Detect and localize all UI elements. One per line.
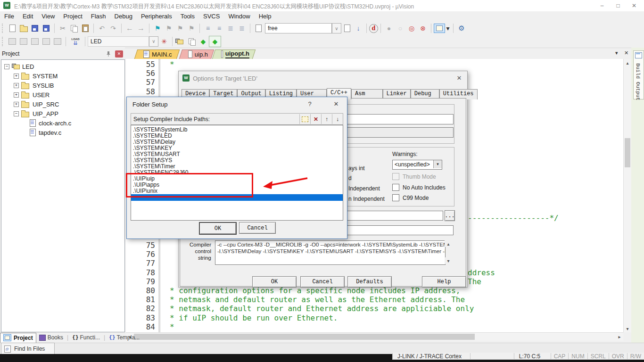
menu-svcs[interactable]: SVCS [199, 11, 224, 22]
find-symbol-icon[interactable]: d [369, 24, 378, 33]
minimize-button[interactable]: – [594, 1, 610, 10]
expand-box-icon[interactable]: + [14, 74, 19, 79]
rebuild-icon[interactable] [29, 36, 41, 47]
menu-view[interactable]: View [37, 11, 59, 22]
close-button[interactable]: ✕ [626, 1, 642, 10]
warnings-caret-icon[interactable]: ▾ [433, 160, 442, 168]
options-defaults-button[interactable]: Defaults [347, 276, 392, 288]
compiler-scroll-down-icon[interactable]: ▾ [445, 257, 452, 264]
save-icon[interactable] [29, 23, 41, 33]
no-auto-includes-checkbox[interactable]: No Auto Includes [392, 184, 446, 191]
folder-cancel-button[interactable]: Cancel [239, 222, 276, 234]
edit-find-icon[interactable] [253, 23, 264, 33]
hscroll-thumb[interactable] [134, 334, 475, 340]
comment-icon[interactable]: ≣ [225, 23, 236, 33]
menu-help[interactable]: Help [255, 11, 276, 22]
maximize-button[interactable]: □ [610, 1, 626, 10]
tab-uipopt-h[interactable]: uipopt.h [214, 49, 254, 59]
project-panel-close-icon[interactable]: ✕ [115, 50, 123, 58]
find-in-files-icon[interactable] [341, 23, 353, 33]
menu-file[interactable]: File [0, 11, 18, 22]
breakpoint-disable-all-icon[interactable]: ◎ [406, 23, 417, 33]
project-targets-icon[interactable]: ◆ [209, 36, 221, 47]
editor-close-icon[interactable]: ✕ [624, 50, 628, 56]
collapse-box-icon[interactable]: − [14, 111, 19, 116]
tree-item-uip-src[interactable]: + UIP_SRC [14, 99, 59, 109]
toolbar-grip2[interactable] [2, 37, 5, 46]
collapse-box-icon[interactable]: − [4, 64, 9, 69]
new-path-icon[interactable] [299, 114, 310, 124]
redo-icon[interactable]: ↷ [107, 23, 119, 33]
include-paths-browse-button[interactable]: ... [445, 210, 455, 221]
tab-uip-h[interactable]: uip.h [181, 49, 213, 59]
breakpoint-kill-all-icon[interactable]: ⊗ [417, 23, 429, 33]
breakpoint-disable-icon[interactable]: ○ [395, 23, 406, 33]
options-ok-button[interactable]: OK [252, 276, 297, 288]
menu-project[interactable]: Project [59, 11, 86, 22]
copy-icon[interactable] [68, 23, 80, 33]
menu-peripherals[interactable]: Peripherals [137, 11, 176, 22]
tree-item-syslib[interactable]: + SYSLIB [14, 81, 54, 90]
options-dialog-close-icon[interactable]: ✕ [452, 74, 466, 82]
pin-icon[interactable] [106, 51, 111, 57]
vscroll-thumb[interactable] [625, 138, 630, 167]
tab-functions[interactable]: {}Functi... [69, 333, 103, 342]
editor-vscrollbar[interactable]: ▴ ▾ [623, 59, 631, 332]
find-in-files-tab[interactable]: Find In Files [1, 343, 55, 354]
expand-box-icon[interactable]: + [14, 102, 19, 107]
folder-ok-button[interactable]: OK [199, 222, 237, 235]
multi-project-icon[interactable] [186, 36, 198, 47]
bookmark-clear-icon[interactable]: ⚑ [186, 23, 197, 33]
undo-icon[interactable]: ↶ [96, 23, 107, 33]
bookmark-prev-icon[interactable]: ⚑ [163, 23, 174, 33]
stop-build-icon[interactable] [52, 36, 63, 47]
editor-hscrollbar[interactable]: ◂ ▸ [126, 332, 623, 341]
tab-list-caret-icon[interactable]: ▾ [615, 50, 618, 56]
scroll-right-icon[interactable]: ▸ [616, 333, 623, 341]
thumb-mode-checkbox[interactable]: Thumb Mode [392, 173, 436, 180]
window-layout-caret-icon[interactable]: ▾ [445, 23, 451, 33]
download-flash-button[interactable]: LOAD ⇊ [68, 36, 83, 47]
menu-edit[interactable]: Edit [18, 11, 37, 22]
translate-icon[interactable] [7, 36, 18, 47]
warnings-dropdown[interactable]: <unspecified> ▾ [392, 160, 442, 170]
menu-window[interactable]: Window [224, 11, 254, 22]
compiler-scroll-up-icon[interactable]: ▴ [445, 240, 452, 247]
search-combo-dropdown[interactable]: ∨ [332, 23, 341, 33]
outdent-icon[interactable]: ≡ [214, 23, 225, 33]
tree-item-user[interactable]: + USER [14, 90, 50, 99]
compiler-control-string-box[interactable]: -c --cpu Cortex-M3 -D__MICROLIB -g -O0 -… [215, 240, 446, 265]
move-up-icon[interactable]: ↑ [321, 114, 332, 124]
target-options-wand-icon[interactable]: ✳ [158, 36, 170, 47]
uncomment-icon[interactable]: ≣ [236, 23, 248, 33]
folder-dialog-help-icon[interactable]: ? [303, 100, 317, 107]
scroll-down-icon[interactable]: ▾ [624, 325, 631, 332]
tab-templates[interactable]: {}Templa... [106, 333, 142, 342]
build-output-tab[interactable]: Build Output [633, 50, 644, 99]
menu-debug[interactable]: Debug [110, 11, 137, 22]
options-help-button[interactable]: Help [422, 276, 466, 288]
configure-wrench-icon[interactable]: ⚙ [456, 23, 467, 33]
tab-books[interactable]: Books [36, 333, 66, 342]
menu-tools[interactable]: Tools [176, 11, 199, 22]
tree-item-clock-arch[interactable]: clock-arch.c [30, 118, 71, 128]
move-down-icon[interactable]: ↓ [332, 114, 343, 124]
scroll-up-icon[interactable]: ▴ [624, 59, 631, 66]
file-extensions-icon[interactable]: ◆ [198, 36, 209, 47]
incremental-find-icon[interactable]: ↓ [353, 23, 364, 33]
navigate-forward-icon[interactable]: → [135, 23, 147, 33]
manage-components-icon[interactable] [175, 36, 186, 47]
delete-path-icon[interactable]: ✕ [310, 114, 321, 124]
cut-icon[interactable]: ✂ [57, 23, 68, 33]
breakpoint-toggle-icon[interactable]: ● [383, 23, 395, 33]
tree-item-system[interactable]: + SYSTEM [14, 71, 58, 81]
menu-flash[interactable]: Flash [87, 11, 110, 22]
save-all-icon[interactable] [41, 23, 52, 33]
toolbar-grip[interactable] [2, 24, 5, 33]
navigate-back-icon[interactable]: ← [124, 23, 135, 33]
build-icon[interactable] [18, 36, 29, 47]
window-layout-button[interactable] [434, 24, 445, 33]
indent-icon[interactable]: ≡ [202, 23, 214, 33]
bookmark-next-icon[interactable]: ⚑ [174, 23, 186, 33]
new-file-icon[interactable] [7, 23, 18, 33]
